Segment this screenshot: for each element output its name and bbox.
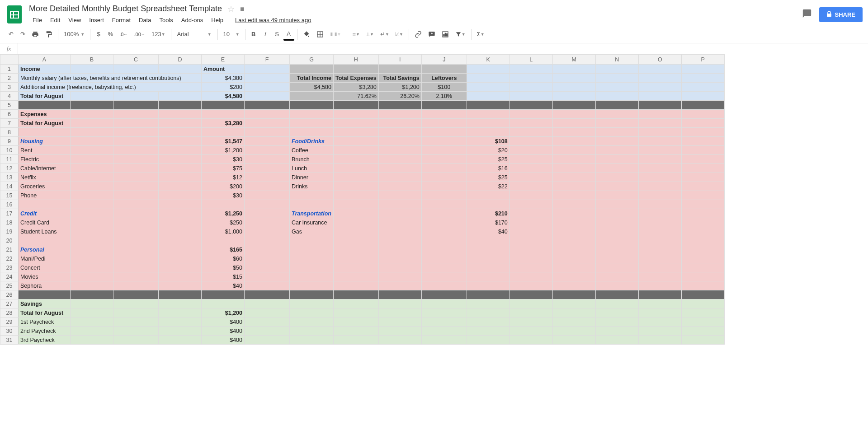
star-icon[interactable]: ☆ <box>227 4 235 14</box>
cell-M10[interactable] <box>552 146 595 155</box>
cell-G10[interactable]: Coffee <box>290 146 334 155</box>
cell-P6[interactable] <box>681 110 724 119</box>
cell-P31[interactable] <box>681 336 724 345</box>
cell-A13[interactable]: Netflix <box>19 173 71 182</box>
cell-K3[interactable] <box>467 83 509 92</box>
cell-K24[interactable] <box>467 272 509 281</box>
text-color-icon[interactable]: A <box>283 28 294 41</box>
cell-P3[interactable] <box>681 83 724 92</box>
cell-E6[interactable] <box>202 110 245 119</box>
cell-L24[interactable] <box>509 272 552 281</box>
cell-G7[interactable] <box>290 119 334 128</box>
cell-C15[interactable] <box>113 191 159 200</box>
cell-L27[interactable] <box>509 299 552 308</box>
cell-J17[interactable] <box>421 209 467 218</box>
cell-C16[interactable] <box>113 200 159 209</box>
cell-L14[interactable] <box>509 182 552 191</box>
cell-N24[interactable] <box>595 272 638 281</box>
cell-I25[interactable] <box>378 281 421 290</box>
cell-O29[interactable] <box>638 318 681 327</box>
cell-D4[interactable] <box>159 92 202 101</box>
cell-A20[interactable] <box>19 236 71 245</box>
cell-K18[interactable]: $170 <box>467 218 509 227</box>
cell-K28[interactable] <box>467 308 509 318</box>
cell-P9[interactable] <box>681 137 724 146</box>
cell-H8[interactable] <box>333 128 378 137</box>
cell-B6[interactable] <box>71 110 113 119</box>
cell-K16[interactable] <box>467 200 509 209</box>
row-header-21[interactable]: 21 <box>0 245 19 254</box>
cell-O1[interactable] <box>638 65 681 74</box>
cell-K9[interactable]: $108 <box>467 137 509 146</box>
functions-icon[interactable]: Σ ▼ <box>474 28 487 41</box>
cell-M26[interactable] <box>552 290 595 299</box>
cell-F9[interactable] <box>245 137 290 146</box>
cell-H18[interactable] <box>333 218 378 227</box>
cell-H30[interactable] <box>333 327 378 336</box>
cell-D7[interactable] <box>159 119 202 128</box>
cell-E18[interactable]: $250 <box>202 218 245 227</box>
cell-N15[interactable] <box>595 191 638 200</box>
cell-C29[interactable] <box>113 318 159 327</box>
row-header-10[interactable]: 10 <box>0 146 19 155</box>
cell-H10[interactable] <box>333 146 378 155</box>
cell-C18[interactable] <box>113 218 159 227</box>
cell-J1[interactable] <box>421 65 467 74</box>
cell-I14[interactable] <box>378 182 421 191</box>
cell-G31[interactable] <box>290 336 334 345</box>
cell-O11[interactable] <box>638 155 681 164</box>
cell-G30[interactable] <box>290 327 334 336</box>
cell-J23[interactable] <box>421 263 467 272</box>
spreadsheet-grid[interactable]: ABCDEFGHIJKLMNOP 1IncomeAmount2Monthly s… <box>0 54 725 345</box>
cell-N8[interactable] <box>595 128 638 137</box>
cell-J15[interactable] <box>421 191 467 200</box>
cell-D11[interactable] <box>159 155 202 164</box>
cell-F24[interactable] <box>245 272 290 281</box>
cell-F1[interactable] <box>245 65 290 74</box>
cell-C25[interactable] <box>113 281 159 290</box>
cell-E10[interactable]: $1,200 <box>202 146 245 155</box>
row-header-5[interactable]: 5 <box>0 101 19 110</box>
cell-E3[interactable]: $200 <box>202 83 245 92</box>
cell-F25[interactable] <box>245 281 290 290</box>
cell-P30[interactable] <box>681 327 724 336</box>
zoom-select[interactable]: 100% ▼ <box>61 28 87 41</box>
cell-A19[interactable]: Student Loans <box>19 227 71 236</box>
cell-H29[interactable] <box>333 318 378 327</box>
cell-B8[interactable] <box>71 128 113 137</box>
cell-A6[interactable]: Expenses <box>19 110 71 119</box>
cell-M24[interactable] <box>552 272 595 281</box>
cell-C20[interactable] <box>113 236 159 245</box>
format-percent-icon[interactable]: % <box>105 28 116 41</box>
cell-D20[interactable] <box>159 236 202 245</box>
italic-icon[interactable]: I <box>260 28 271 41</box>
cell-C23[interactable] <box>113 263 159 272</box>
cell-F3[interactable] <box>245 83 290 92</box>
cell-B5[interactable] <box>71 101 113 110</box>
cell-B14[interactable] <box>71 182 113 191</box>
cell-P21[interactable] <box>681 245 724 254</box>
cell-K15[interactable] <box>467 191 509 200</box>
cell-N18[interactable] <box>595 218 638 227</box>
row-header-28[interactable]: 28 <box>0 308 19 318</box>
cell-G15[interactable] <box>290 191 334 200</box>
cell-O18[interactable] <box>638 218 681 227</box>
cell-N30[interactable] <box>595 327 638 336</box>
cell-M22[interactable] <box>552 254 595 263</box>
cell-C27[interactable] <box>113 299 159 308</box>
cell-N27[interactable] <box>595 299 638 308</box>
cell-N22[interactable] <box>595 254 638 263</box>
cell-M5[interactable] <box>552 101 595 110</box>
row-header-26[interactable]: 26 <box>0 290 19 299</box>
cell-E24[interactable]: $15 <box>202 272 245 281</box>
cell-I30[interactable] <box>378 327 421 336</box>
cell-H26[interactable] <box>333 290 378 299</box>
cell-F21[interactable] <box>245 245 290 254</box>
cell-A4[interactable]: Total for August <box>19 92 71 101</box>
cell-J31[interactable] <box>421 336 467 345</box>
column-header-D[interactable]: D <box>159 55 202 65</box>
cell-L31[interactable] <box>509 336 552 345</box>
cell-E7[interactable]: $3,280 <box>202 119 245 128</box>
cell-P5[interactable] <box>681 101 724 110</box>
cell-O12[interactable] <box>638 164 681 173</box>
